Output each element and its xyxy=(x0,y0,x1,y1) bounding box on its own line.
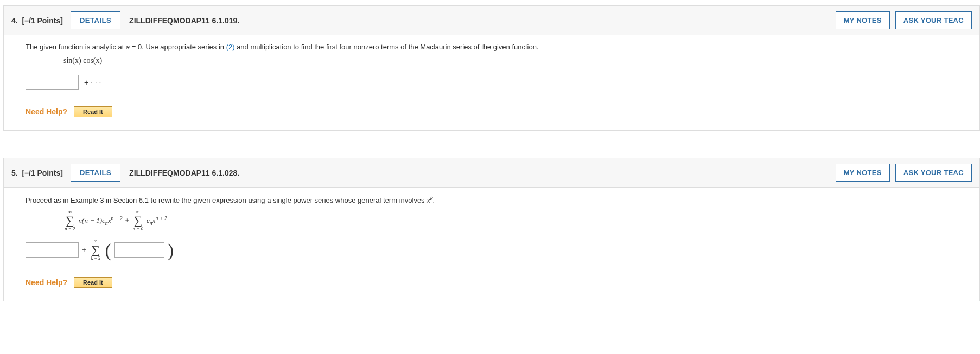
question-4-body: The given function is analytic at a = 0.… xyxy=(4,35,979,130)
question-code: ZILLDIFFEQMODAP11 6.1.028. xyxy=(129,169,239,177)
q4-answer-input[interactable] xyxy=(26,75,79,90)
ask-teacher-button[interactable]: ASK YOUR TEAC xyxy=(895,11,972,29)
question-4-prompt: The given function is analytic at a = 0.… xyxy=(26,43,958,51)
header-right-buttons: MY NOTES ASK YOUR TEAC xyxy=(836,164,972,182)
open-paren-icon: ( xyxy=(105,243,111,258)
my-notes-button[interactable]: MY NOTES xyxy=(836,164,890,182)
sigma-icon: ∞ ∑ n = 0 xyxy=(132,210,143,231)
need-help-row: Need Help? Read It xyxy=(26,106,958,117)
question-number: 4. [–/1 Points] xyxy=(11,16,63,25)
question-code: ZILLDIFFEQMODAP11 6.1.019. xyxy=(129,16,239,25)
reference-link[interactable]: (2) xyxy=(226,43,235,51)
question-4-block: 4. [–/1 Points] DETAILS ZILLDIFFEQMODAP1… xyxy=(3,5,980,131)
need-help-row: Need Help? Read It xyxy=(26,277,958,288)
question-5-header: 5. [–/1 Points] DETAILS ZILLDIFFEQMODAP1… xyxy=(4,158,979,188)
details-button[interactable]: DETAILS xyxy=(71,164,120,182)
q4-answer-row: + · · · xyxy=(26,75,958,90)
q5-answer-input-2[interactable] xyxy=(114,242,164,258)
plus-sign: + xyxy=(82,246,86,254)
q5-answer-row: + ∞ ∑ k = 2 ( ) xyxy=(26,239,958,261)
read-it-button[interactable]: Read It xyxy=(74,106,112,117)
q4-suffix: + · · · xyxy=(84,78,101,87)
sigma-icon: ∞ ∑ k = 2 xyxy=(91,239,101,261)
q5-answer-input-1[interactable] xyxy=(26,242,79,258)
need-help-label: Need Help? xyxy=(26,107,67,116)
header-right-buttons: MY NOTES ASK YOUR TEAC xyxy=(836,11,972,29)
question-5-block: 5. [–/1 Points] DETAILS ZILLDIFFEQMODAP1… xyxy=(3,158,980,301)
details-button[interactable]: DETAILS xyxy=(71,11,120,29)
question-5-body: Proceed as in Example 3 in Section 6.1 t… xyxy=(4,188,979,301)
ask-teacher-button[interactable]: ASK YOUR TEAC xyxy=(895,164,972,182)
question-number: 5. [–/1 Points] xyxy=(11,169,63,177)
my-notes-button[interactable]: MY NOTES xyxy=(836,11,890,29)
close-paren-icon: ) xyxy=(168,243,174,258)
q5-series-expression: ∞ ∑ n = 2 n(n − 1)cnxn − 2 + ∞ ∑ n = 0 c… xyxy=(63,210,958,231)
read-it-button[interactable]: Read It xyxy=(74,277,112,288)
need-help-label: Need Help? xyxy=(26,278,67,287)
question-4-header: 4. [–/1 Points] DETAILS ZILLDIFFEQMODAP1… xyxy=(4,6,979,35)
q4-expression: sin(x) cos(x) xyxy=(63,56,958,65)
question-5-prompt: Proceed as in Example 3 in Section 6.1 t… xyxy=(26,195,958,204)
sigma-icon: ∞ ∑ n = 2 xyxy=(65,210,75,231)
